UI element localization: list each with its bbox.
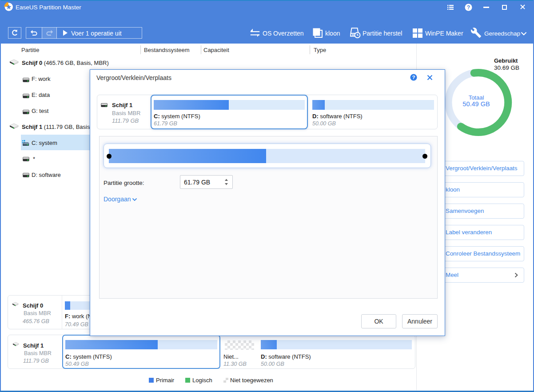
svg-text:?: ?	[412, 75, 415, 80]
svg-text:?: ?	[467, 4, 470, 11]
